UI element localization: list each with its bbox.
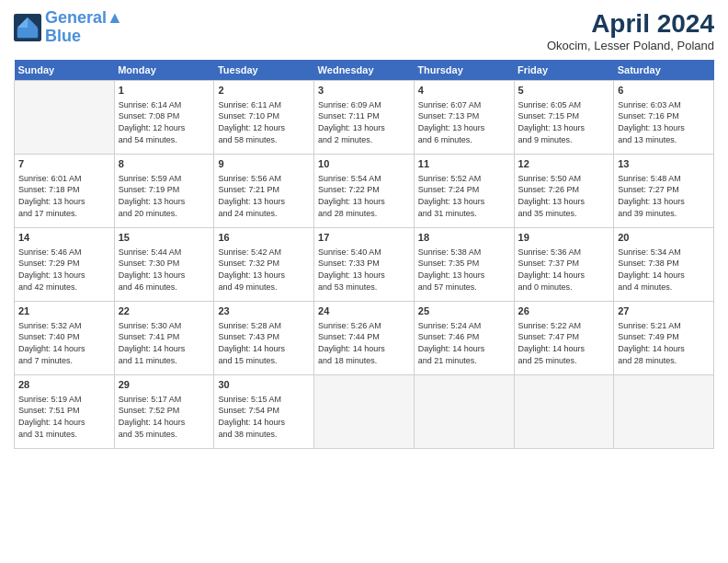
day-info: Sunrise: 5:42 AM Sunset: 7:32 PM Dayligh…: [218, 247, 310, 293]
header: General▲ Blue April 2024 Okocim, Lesser …: [14, 9, 714, 52]
day-cell: 24Sunrise: 5:26 AM Sunset: 7:44 PM Dayli…: [314, 302, 415, 375]
day-number: 22: [119, 304, 210, 318]
day-cell: 30Sunrise: 5:15 AM Sunset: 7:54 PM Dayli…: [214, 375, 314, 449]
day-cell: 21Sunrise: 5:32 AM Sunset: 7:40 PM Dayli…: [15, 302, 115, 375]
header-monday: Monday: [114, 60, 214, 81]
day-info: Sunrise: 5:26 AM Sunset: 7:44 PM Dayligh…: [318, 320, 410, 366]
day-cell: 9Sunrise: 5:56 AM Sunset: 7:21 PM Daylig…: [214, 155, 314, 228]
day-info: Sunrise: 5:40 AM Sunset: 7:33 PM Dayligh…: [318, 247, 410, 293]
day-info: Sunrise: 5:54 AM Sunset: 7:22 PM Dayligh…: [318, 173, 410, 219]
month-title: April 2024: [547, 9, 714, 39]
day-info: Sunrise: 5:38 AM Sunset: 7:35 PM Dayligh…: [418, 247, 510, 293]
day-cell: 29Sunrise: 5:17 AM Sunset: 7:52 PM Dayli…: [114, 375, 214, 449]
day-number: 13: [618, 157, 710, 171]
day-cell: [514, 375, 614, 449]
day-info: Sunrise: 5:52 AM Sunset: 7:24 PM Dayligh…: [418, 173, 510, 219]
header-wednesday: Wednesday: [314, 60, 415, 81]
weekday-row: Sunday Monday Tuesday Wednesday Thursday…: [15, 60, 714, 81]
day-cell: 11Sunrise: 5:52 AM Sunset: 7:24 PM Dayli…: [414, 155, 514, 228]
day-number: 9: [218, 157, 310, 171]
day-number: 17: [318, 231, 410, 245]
day-info: Sunrise: 6:05 AM Sunset: 7:15 PM Dayligh…: [518, 99, 610, 145]
day-info: Sunrise: 5:36 AM Sunset: 7:37 PM Dayligh…: [518, 247, 610, 293]
header-tuesday: Tuesday: [214, 60, 314, 81]
week-row-3: 14Sunrise: 5:46 AM Sunset: 7:29 PM Dayli…: [15, 228, 714, 302]
day-number: 7: [18, 157, 110, 171]
title-block: April 2024 Okocim, Lesser Poland, Poland: [547, 9, 714, 52]
day-number: 29: [119, 378, 210, 392]
day-info: Sunrise: 6:11 AM Sunset: 7:10 PM Dayligh…: [218, 99, 310, 145]
week-row-4: 21Sunrise: 5:32 AM Sunset: 7:40 PM Dayli…: [15, 302, 714, 375]
day-cell: [314, 375, 415, 449]
day-cell: 27Sunrise: 5:21 AM Sunset: 7:49 PM Dayli…: [614, 302, 714, 375]
day-number: 6: [618, 84, 710, 98]
day-cell: 23Sunrise: 5:28 AM Sunset: 7:43 PM Dayli…: [214, 302, 314, 375]
day-info: Sunrise: 6:09 AM Sunset: 7:11 PM Dayligh…: [318, 99, 410, 145]
day-cell: 10Sunrise: 5:54 AM Sunset: 7:22 PM Dayli…: [314, 155, 415, 228]
day-cell: 8Sunrise: 5:59 AM Sunset: 7:19 PM Daylig…: [114, 155, 214, 228]
day-number: 21: [18, 304, 110, 318]
day-number: 24: [318, 304, 410, 318]
day-number: 5: [518, 84, 610, 98]
day-cell: [15, 81, 115, 155]
day-number: 23: [218, 304, 310, 318]
day-cell: 6Sunrise: 6:03 AM Sunset: 7:16 PM Daylig…: [614, 81, 714, 155]
header-friday: Friday: [514, 60, 614, 81]
day-cell: 7Sunrise: 6:01 AM Sunset: 7:18 PM Daylig…: [15, 155, 115, 228]
day-cell: 13Sunrise: 5:48 AM Sunset: 7:27 PM Dayli…: [614, 155, 714, 228]
day-number: 1: [119, 84, 210, 98]
day-number: 8: [119, 157, 210, 171]
day-info: Sunrise: 6:07 AM Sunset: 7:13 PM Dayligh…: [418, 99, 510, 145]
day-number: 20: [618, 231, 710, 245]
day-info: Sunrise: 5:28 AM Sunset: 7:43 PM Dayligh…: [218, 320, 310, 366]
day-number: 26: [518, 304, 610, 318]
day-info: Sunrise: 5:48 AM Sunset: 7:27 PM Dayligh…: [618, 173, 710, 219]
day-info: Sunrise: 5:34 AM Sunset: 7:38 PM Dayligh…: [618, 247, 710, 293]
logo-icon: [14, 14, 41, 41]
day-number: 18: [418, 231, 510, 245]
day-number: 3: [318, 84, 410, 98]
day-cell: 16Sunrise: 5:42 AM Sunset: 7:32 PM Dayli…: [214, 228, 314, 302]
day-cell: 18Sunrise: 5:38 AM Sunset: 7:35 PM Dayli…: [414, 228, 514, 302]
day-info: Sunrise: 5:15 AM Sunset: 7:54 PM Dayligh…: [218, 394, 310, 440]
day-cell: 15Sunrise: 5:44 AM Sunset: 7:30 PM Dayli…: [114, 228, 214, 302]
day-number: 14: [18, 231, 110, 245]
day-info: Sunrise: 5:32 AM Sunset: 7:40 PM Dayligh…: [18, 320, 110, 366]
day-cell: 4Sunrise: 6:07 AM Sunset: 7:13 PM Daylig…: [414, 81, 514, 155]
day-number: 28: [18, 378, 110, 392]
day-info: Sunrise: 5:24 AM Sunset: 7:46 PM Dayligh…: [418, 320, 510, 366]
day-info: Sunrise: 5:56 AM Sunset: 7:21 PM Dayligh…: [218, 173, 310, 219]
day-number: 16: [218, 231, 310, 245]
day-cell: 12Sunrise: 5:50 AM Sunset: 7:26 PM Dayli…: [514, 155, 614, 228]
logo-text: General▲ Blue: [45, 9, 123, 46]
day-info: Sunrise: 5:44 AM Sunset: 7:30 PM Dayligh…: [119, 247, 210, 293]
header-thursday: Thursday: [414, 60, 514, 81]
day-cell: 25Sunrise: 5:24 AM Sunset: 7:46 PM Dayli…: [414, 302, 514, 375]
day-info: Sunrise: 5:17 AM Sunset: 7:52 PM Dayligh…: [119, 394, 210, 440]
page: General▲ Blue April 2024 Okocim, Lesser …: [0, 0, 728, 458]
day-info: Sunrise: 5:21 AM Sunset: 7:49 PM Dayligh…: [618, 320, 710, 366]
day-info: Sunrise: 5:59 AM Sunset: 7:19 PM Dayligh…: [119, 173, 210, 219]
logo-line1: General: [45, 8, 107, 27]
day-number: 12: [518, 157, 610, 171]
week-row-5: 28Sunrise: 5:19 AM Sunset: 7:51 PM Dayli…: [15, 375, 714, 449]
location-subtitle: Okocim, Lesser Poland, Poland: [547, 39, 714, 52]
day-number: 30: [218, 378, 310, 392]
day-cell: 3Sunrise: 6:09 AM Sunset: 7:11 PM Daylig…: [314, 81, 415, 155]
day-number: 2: [218, 84, 310, 98]
day-cell: 17Sunrise: 5:40 AM Sunset: 7:33 PM Dayli…: [314, 228, 415, 302]
header-sunday: Sunday: [15, 60, 115, 81]
week-row-1: 1Sunrise: 6:14 AM Sunset: 7:08 PM Daylig…: [15, 81, 714, 155]
day-cell: 14Sunrise: 5:46 AM Sunset: 7:29 PM Dayli…: [15, 228, 115, 302]
day-info: Sunrise: 6:01 AM Sunset: 7:18 PM Dayligh…: [18, 173, 110, 219]
day-info: Sunrise: 5:50 AM Sunset: 7:26 PM Dayligh…: [518, 173, 610, 219]
day-cell: [614, 375, 714, 449]
day-cell: 2Sunrise: 6:11 AM Sunset: 7:10 PM Daylig…: [214, 81, 314, 155]
day-number: 27: [618, 304, 710, 318]
day-cell: 26Sunrise: 5:22 AM Sunset: 7:47 PM Dayli…: [514, 302, 614, 375]
day-cell: 28Sunrise: 5:19 AM Sunset: 7:51 PM Dayli…: [15, 375, 115, 449]
day-number: 11: [418, 157, 510, 171]
day-cell: [414, 375, 514, 449]
day-number: 15: [119, 231, 210, 245]
day-info: Sunrise: 5:46 AM Sunset: 7:29 PM Dayligh…: [18, 247, 110, 293]
